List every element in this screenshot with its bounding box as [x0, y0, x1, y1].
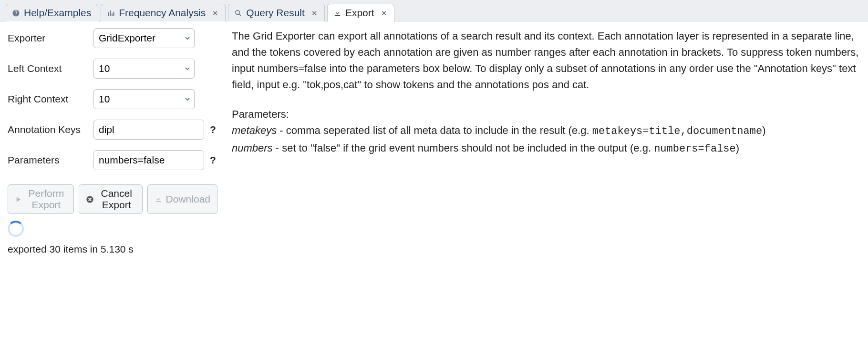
close-icon[interactable]: ✕ — [381, 10, 387, 17]
param-desc: - comma seperated list of all meta data … — [277, 124, 592, 136]
right-context-select[interactable] — [93, 89, 195, 109]
status-text: exported 30 items in 5.130 s — [8, 244, 217, 255]
export-panel: Exporter Left Context Right Context — [0, 21, 868, 274]
help-icon[interactable]: ? — [210, 154, 216, 166]
button-row: Perform Export Cancel Export Download — [8, 184, 217, 214]
cancel-circle-icon — [86, 195, 94, 204]
parameters-label: Parameters — [8, 154, 93, 166]
svg-line-1 — [239, 14, 241, 16]
parameters-heading: Parameters: — [232, 106, 860, 122]
close-paren: ) — [736, 142, 739, 154]
right-context-label: Right Context — [8, 93, 93, 105]
play-icon — [15, 196, 22, 203]
button-label: Download — [166, 193, 210, 205]
close-icon[interactable]: ✕ — [311, 10, 318, 17]
tab-help-examples[interactable]: Help/Examples — [6, 4, 98, 21]
annotation-keys-label: Annotation Keys — [8, 124, 93, 135]
close-paren: ) — [762, 124, 765, 136]
bar-chart-icon — [107, 9, 115, 17]
left-context-label: Left Context — [8, 63, 93, 74]
button-label: Perform Export — [26, 188, 67, 211]
download-button[interactable]: Download — [147, 184, 217, 214]
description-column: The Grid Exporter can export all annotat… — [232, 28, 860, 255]
tab-label: Export — [345, 7, 374, 19]
exporter-select[interactable] — [93, 28, 195, 48]
tab-label: Query Result — [246, 7, 305, 19]
help-icon[interactable]: ? — [210, 124, 216, 135]
param-name: metakeys — [232, 124, 277, 136]
parameters-input[interactable] — [93, 150, 204, 170]
tab-label: Help/Examples — [24, 7, 91, 19]
tab-query-result[interactable]: Query Result ✕ — [228, 4, 325, 21]
exporter-input[interactable] — [94, 32, 180, 44]
param-numbers-line: numbers - set to "false" if the grid eve… — [232, 140, 860, 157]
exporter-label: Exporter — [8, 32, 93, 44]
chevron-down-icon[interactable] — [180, 29, 194, 48]
question-circle-icon — [12, 9, 20, 17]
tab-label: Frequency Analysis — [119, 7, 206, 19]
button-label: Cancel Export — [98, 188, 135, 211]
cancel-export-button[interactable]: Cancel Export — [79, 184, 143, 214]
annotation-keys-input[interactable] — [93, 120, 204, 140]
tab-export[interactable]: Export ✕ — [327, 4, 394, 21]
left-context-select[interactable] — [93, 59, 195, 79]
param-example: metakeys=title,documentname — [592, 125, 762, 137]
download-icon — [333, 9, 341, 17]
close-icon[interactable]: ✕ — [212, 10, 218, 17]
download-icon — [155, 195, 162, 203]
tab-bar: Help/Examples Frequency Analysis ✕ Query… — [0, 0, 868, 21]
svg-point-0 — [236, 10, 240, 14]
loading-spinner-icon — [8, 221, 24, 237]
param-metakeys-line: metakeys - comma seperated list of all m… — [232, 122, 860, 140]
param-example: numbers=false — [654, 143, 736, 155]
right-context-input[interactable] — [94, 93, 180, 105]
search-icon — [234, 9, 242, 17]
left-context-input[interactable] — [94, 63, 180, 74]
tab-frequency-analysis[interactable]: Frequency Analysis ✕ — [101, 4, 226, 21]
param-name: numbers — [232, 142, 273, 154]
chevron-down-icon[interactable] — [180, 59, 194, 78]
perform-export-button[interactable]: Perform Export — [8, 184, 74, 214]
exporter-description: The Grid Exporter can export all annotat… — [232, 28, 860, 93]
chevron-down-icon[interactable] — [180, 90, 194, 109]
param-desc: - set to "false" if the grid event numbe… — [273, 142, 654, 154]
form-column: Exporter Left Context Right Context — [8, 28, 217, 255]
